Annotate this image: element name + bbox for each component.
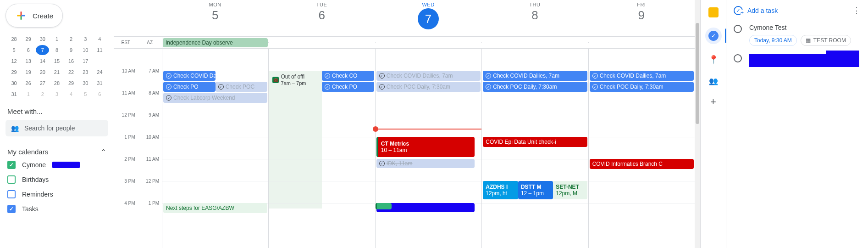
event[interactable]: Check PO xyxy=(322,82,374,92)
add-addon-icon[interactable]: + xyxy=(708,96,719,107)
event[interactable]: Check COVID Dailies, 7am xyxy=(483,71,587,81)
mini-day[interactable]: 4 xyxy=(93,34,106,44)
mini-day[interactable]: 26 xyxy=(22,78,35,88)
mini-day[interactable]: 8 xyxy=(50,45,63,55)
keep-icon[interactable] xyxy=(708,7,719,17)
mini-day[interactable]: 5 xyxy=(7,45,21,55)
event[interactable]: Check CO xyxy=(322,71,374,81)
kebab-menu-icon[interactable]: ⋮ xyxy=(852,6,861,16)
mini-day[interactable]: 30 xyxy=(36,34,49,44)
event[interactable]: IDK, 11am xyxy=(376,159,475,168)
mini-day[interactable]: 13 xyxy=(22,56,35,66)
task-item[interactable]: Cymone Test Today, 9:30 AM ▦TEST ROOM xyxy=(734,24,861,46)
calendar-item-tasks[interactable]: Tasks xyxy=(6,202,108,216)
event-ooo[interactable]: 💼 Out of offi7am – 7pm xyxy=(270,71,322,89)
checkbox-icon[interactable] xyxy=(7,175,16,184)
task-room-chip[interactable]: ▦TEST ROOM xyxy=(801,35,851,46)
mini-day[interactable]: 29 xyxy=(22,34,35,44)
mini-day[interactable]: 6 xyxy=(22,45,35,55)
mini-day[interactable]: 29 xyxy=(65,78,78,88)
mini-day[interactable]: 29 xyxy=(7,67,21,77)
event[interactable]: Check COVID Dailies, 7am xyxy=(590,71,694,81)
maps-icon[interactable]: 📍 xyxy=(708,54,719,65)
mini-day[interactable]: 16 xyxy=(65,56,78,66)
event[interactable]: DSTT M12 – 1pm xyxy=(518,181,553,199)
day-column-tue[interactable]: 💼 Out of offi7am – 7pm Check CO Check PO xyxy=(268,49,375,248)
event[interactable]: Check PO xyxy=(163,82,216,92)
mini-day[interactable]: 3 xyxy=(50,89,63,99)
event[interactable]: COVID Informatics Branch C xyxy=(590,159,694,169)
task-item-redacted[interactable] xyxy=(734,53,861,67)
mini-day[interactable]: 19 xyxy=(22,67,35,77)
mini-day[interactable]: 31 xyxy=(7,89,21,99)
event[interactable]: Check POC Daily, 7:30am xyxy=(376,82,481,92)
event[interactable]: SET-NET12pm, M xyxy=(553,181,587,199)
contacts-icon[interactable]: 👥 xyxy=(708,75,719,86)
my-calendars-header[interactable]: My calendars ⌄ xyxy=(6,146,108,158)
add-task-button[interactable]: ✓+ Add a task xyxy=(734,6,778,15)
event[interactable]: Check Labcorp Weekend xyxy=(163,93,267,103)
mini-day[interactable]: 12 xyxy=(7,56,21,66)
create-button[interactable]: Create xyxy=(6,4,63,28)
event[interactable]: Check COVID Dailies, 7am xyxy=(163,71,216,81)
mini-day[interactable]: 22 xyxy=(65,67,78,77)
mini-day[interactable]: 30 xyxy=(7,78,21,88)
mini-day[interactable]: 28 xyxy=(7,34,21,44)
calendar-grid[interactable]: 10 AM 11 AM 12 PM 1 PM 2 PM 3 PM 4 PM 7 … xyxy=(114,49,695,248)
allday-event[interactable]: Independence Day observe xyxy=(163,38,268,47)
mini-calendar[interactable]: 2829301234 567891011 12131415161718 2919… xyxy=(7,34,106,99)
mini-day[interactable]: 28 xyxy=(50,78,63,88)
day-header-tue[interactable]: TUE6 xyxy=(268,0,375,36)
mini-day[interactable]: 11 xyxy=(93,45,106,55)
event[interactable]: COVID Epi Data Unit check-i xyxy=(483,137,587,147)
calendar-item-reminders[interactable]: Reminders xyxy=(6,187,108,202)
day-header-mon[interactable]: MON5 xyxy=(162,0,268,36)
event[interactable]: Check POC Daily, 7:30am xyxy=(590,82,694,92)
mini-day[interactable]: 14 xyxy=(36,56,49,66)
task-complete-circle[interactable] xyxy=(734,25,742,33)
mini-day[interactable]: 20 xyxy=(36,67,49,77)
event[interactable]: Check POC xyxy=(216,82,268,92)
mini-day[interactable]: 2 xyxy=(65,34,78,44)
scrollbar[interactable] xyxy=(695,0,700,248)
day-column-mon[interactable]: Check COVID Dailies, 7am Check PO Check … xyxy=(162,49,268,248)
mini-day[interactable]: 1 xyxy=(22,89,35,99)
event[interactable]: Next steps for EASG/AZBW xyxy=(163,203,267,213)
task-complete-circle[interactable] xyxy=(734,54,742,62)
event[interactable]: CT Metrics10 – 11am xyxy=(376,137,475,157)
mini-day[interactable]: 3 xyxy=(79,34,92,44)
mini-day[interactable]: 9 xyxy=(65,45,78,55)
mini-day-today[interactable]: 7 xyxy=(36,45,49,55)
event[interactable]: Check POC Daily, 7:30am xyxy=(483,82,587,92)
mini-day[interactable]: 30 xyxy=(79,78,92,88)
mini-day[interactable]: 5 xyxy=(79,89,92,99)
day-column-wed[interactable]: Check COVID Dailies, 7am Check POC Daily… xyxy=(375,49,481,248)
day-column-fri[interactable]: Check COVID Dailies, 7am Check POC Daily… xyxy=(588,49,695,248)
mini-day[interactable]: 10 xyxy=(79,45,92,55)
day-header-fri[interactable]: FRI9 xyxy=(588,0,695,36)
mini-day[interactable]: 23 xyxy=(79,67,92,77)
calendar-item-birthdays[interactable]: Birthdays xyxy=(6,172,108,187)
mini-day[interactable]: 1 xyxy=(50,34,63,44)
mini-day[interactable]: 17 xyxy=(79,56,92,66)
mini-day[interactable]: 4 xyxy=(65,89,78,99)
calendar-item-cymone[interactable]: Cymone xyxy=(6,158,108,172)
mini-day[interactable]: 2 xyxy=(36,89,49,99)
checkbox-icon[interactable] xyxy=(7,190,16,198)
day-header-wed[interactable]: WED7 xyxy=(375,0,481,36)
mini-day[interactable]: 6 xyxy=(93,89,106,99)
mini-day[interactable]: 27 xyxy=(36,78,49,88)
task-time-chip[interactable]: Today, 9:30 AM xyxy=(749,35,797,46)
mini-day[interactable]: 31 xyxy=(93,78,106,88)
mini-day[interactable]: 15 xyxy=(50,56,63,66)
event[interactable]: Check COVID Dailies, 7am xyxy=(376,71,481,81)
checkbox-icon[interactable] xyxy=(7,161,16,169)
event[interactable]: AZDHS I12pm, ht xyxy=(483,181,518,199)
tasks-icon[interactable]: ✓ xyxy=(705,28,722,44)
day-column-thu[interactable]: Check COVID Dailies, 7am Check POC Daily… xyxy=(481,49,588,248)
event[interactable] xyxy=(376,203,392,209)
search-people-input[interactable]: 👥 Search for people xyxy=(6,120,108,136)
mini-day[interactable]: 21 xyxy=(50,67,63,77)
day-header-thu[interactable]: THU8 xyxy=(481,0,588,36)
mini-day[interactable]: 24 xyxy=(93,67,106,77)
